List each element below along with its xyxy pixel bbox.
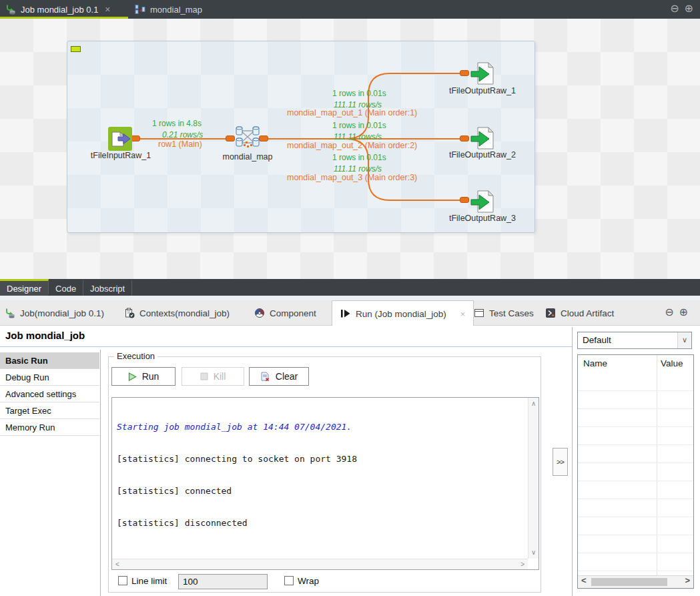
context-select-value: Default	[583, 335, 611, 345]
connection-port	[226, 135, 235, 141]
table-row[interactable]	[578, 499, 693, 517]
console-horizontal-scrollbar[interactable]: < >	[112, 559, 528, 569]
context-select[interactable]: Default ∨	[577, 332, 692, 349]
sidebar-item-advanced-settings[interactable]: Advanced settings	[0, 386, 99, 402]
job-icon	[5, 308, 15, 318]
table-row[interactable]	[578, 553, 693, 571]
connection-port	[131, 135, 140, 141]
scroll-right-icon[interactable]: >	[520, 561, 524, 568]
sidebar-item-basic-run[interactable]: Basic Run	[0, 352, 99, 369]
maximize-icon[interactable]: ⊕	[685, 2, 693, 15]
line-limit-input[interactable]	[178, 574, 268, 589]
table-row[interactable]	[578, 535, 693, 553]
table-row[interactable]	[578, 517, 693, 535]
table-row[interactable]	[578, 463, 693, 481]
connection-label: mondial_map_out_3 (Main order:3)	[287, 173, 417, 182]
tab-job-view[interactable]: Job(mondial_job 0.1)	[5, 300, 104, 326]
table-row[interactable]	[578, 373, 693, 391]
execution-console[interactable]: Starting job mondial_job at 14:44 07/04/…	[111, 397, 539, 570]
scrollbar-thumb[interactable]	[591, 578, 667, 586]
connection-label: mondial_map_out_2 (Main order:2)	[287, 141, 417, 150]
line-limit-checkbox[interactable]	[118, 576, 127, 585]
tmap-icon	[135, 4, 145, 15]
scroll-up-icon[interactable]: ∧	[531, 400, 536, 407]
design-workspace[interactable]: tFileInputRaw_1 mondial_map	[0, 19, 700, 279]
run-sidebar: Basic Run Debug Run Advanced settings Ta…	[0, 352, 99, 436]
view-tab-bar: Designer Code Jobscript	[0, 279, 700, 296]
table-horizontal-scrollbar[interactable]: < >	[578, 575, 693, 588]
component-tfileoutputraw-3[interactable]	[470, 189, 495, 217]
divider	[0, 346, 572, 347]
component-tfileinputraw[interactable]	[108, 127, 132, 154]
table-header: Name Value	[578, 355, 693, 372]
editor-window-controls: ⊖ ⊕	[670, 2, 693, 15]
panel-window-controls: ⊖ ⊕	[665, 306, 688, 318]
execution-group-legend: Execution	[114, 351, 157, 361]
close-icon[interactable]: ×	[460, 309, 466, 319]
component-tmap[interactable]	[235, 125, 260, 151]
console-vertical-scrollbar[interactable]: ∧ ∨	[528, 398, 539, 559]
maximize-icon[interactable]: ⊕	[679, 306, 688, 318]
test-cases-icon	[474, 308, 484, 318]
tab-designer-label: Designer	[7, 284, 41, 294]
tab-test-cases[interactable]: Test Cases	[474, 300, 534, 326]
component-label: tFileOutputRaw_3	[449, 214, 516, 223]
divider	[100, 350, 101, 596]
chevron-down-icon[interactable]: ∨	[677, 332, 691, 348]
component-tfileoutputraw-2[interactable]	[470, 125, 495, 154]
connection-label: mondial_map_out_1 (Main order:1)	[287, 108, 417, 117]
tab-map-editor[interactable]: mondial_map	[135, 0, 202, 19]
run-button[interactable]: Run	[111, 367, 176, 386]
divider	[0, 296, 700, 300]
tab-job-editor[interactable]: Job mondial_job 0.1 ×	[5, 0, 111, 19]
connection-port	[460, 197, 469, 203]
sidebar-item-debug-run[interactable]: Debug Run	[0, 369, 99, 386]
tab-component[interactable]: Component	[254, 300, 316, 326]
minimize-icon[interactable]: ⊖	[665, 306, 673, 318]
line-limit-label: Line limit	[131, 576, 167, 586]
scroll-down-icon[interactable]: ∨	[531, 549, 536, 556]
kill-button-label: Kill	[214, 371, 226, 382]
job-icon	[5, 4, 16, 15]
table-row[interactable]	[578, 409, 693, 427]
table-row[interactable]	[578, 427, 693, 445]
component-icon	[254, 308, 265, 318]
tab-cloud-artifact-label: Cloud Artifact	[561, 308, 614, 318]
connection-label: row1 (Main)	[158, 139, 202, 149]
component-label: tFileInputRaw_1	[91, 151, 151, 160]
context-variables-table: Name Value < >	[577, 354, 694, 589]
tab-contexts[interactable]: Contexts(mondial_job)	[124, 300, 230, 326]
table-row[interactable]	[578, 481, 693, 499]
tab-cloud-artifact[interactable]: Cloud Artifact	[545, 300, 614, 326]
tab-job-view-label: Job(mondial_job 0.1)	[20, 308, 104, 318]
column-header-name: Name	[583, 358, 607, 368]
sidebar-item-memory-run[interactable]: Memory Run	[0, 419, 99, 436]
component-label: tFileOutputRaw_2	[449, 150, 516, 160]
console-line: Starting job mondial_job at 14:44 07/04/…	[117, 422, 523, 432]
tab-designer[interactable]: Designer	[0, 279, 49, 296]
expand-panel-button[interactable]: >>	[553, 448, 568, 476]
component-tfileoutputraw-1[interactable]	[470, 61, 495, 89]
console-line: [statistics] connecting to socket on por…	[117, 454, 523, 465]
table-row[interactable]	[578, 445, 693, 463]
cloud-artifact-icon	[545, 308, 556, 318]
wrap-label: Wrap	[298, 576, 319, 586]
tab-run[interactable]: Run (Job mondial_job) ×	[332, 300, 474, 326]
scroll-left-icon[interactable]: <	[115, 561, 119, 568]
wrap-checkbox[interactable]	[284, 576, 294, 585]
minimize-icon[interactable]: ⊖	[670, 2, 679, 15]
scroll-right-icon[interactable]: >	[685, 577, 690, 584]
kill-button[interactable]: Kill	[182, 367, 244, 386]
tab-jobscript[interactable]: Jobscript	[83, 279, 132, 296]
clear-button[interactable]: Clear	[249, 367, 309, 386]
scroll-left-icon[interactable]: <	[581, 577, 587, 584]
tab-code[interactable]: Code	[49, 279, 83, 296]
sidebar-item-target-exec[interactable]: Target Exec	[0, 402, 99, 419]
page-title: Job mondial_job	[5, 330, 85, 341]
table-row[interactable]	[578, 391, 693, 409]
close-icon[interactable]: ×	[105, 4, 110, 15]
tab-run-label: Run (Job mondial_job)	[356, 309, 446, 319]
play-icon	[128, 372, 137, 381]
tab-component-label: Component	[270, 308, 316, 318]
connection-port	[259, 135, 268, 141]
